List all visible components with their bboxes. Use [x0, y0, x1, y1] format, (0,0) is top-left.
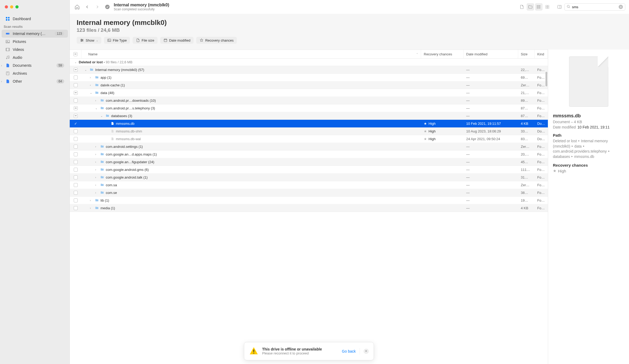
table-row[interactable]: ›com.google.android.talk (1)—31…Fol… — [70, 174, 548, 181]
row-checkbox[interactable] — [74, 68, 78, 72]
row-checkbox[interactable] — [74, 152, 78, 156]
toast-goback-link[interactable]: Go back — [342, 349, 356, 353]
table-row[interactable]: ›dalvik-cache (1)—Zer…Fol… — [70, 81, 548, 89]
date-cell: — — [464, 160, 518, 164]
column-kind[interactable]: Kind — [535, 50, 548, 58]
table-row[interactable]: ›com.sa—Zer…Fol… — [70, 181, 548, 189]
table-row[interactable]: ⌄Internal memory (mmcblk0) (57)—22,…Fol… — [70, 66, 548, 74]
sidebar-item-label: Videos — [13, 47, 24, 52]
close-window-button[interactable] — [5, 5, 8, 8]
row-checkbox[interactable] — [74, 76, 78, 79]
table-row[interactable]: ›media (1)—4 KBFol… — [70, 204, 548, 212]
scrollbar-thumb[interactable] — [545, 72, 547, 86]
search-box[interactable]: ✕ — [564, 3, 625, 11]
sidebar-item[interactable]: Videos — [2, 46, 68, 54]
expand-icon[interactable]: › — [95, 153, 98, 156]
svg-rect-21 — [548, 5, 549, 7]
row-checkbox[interactable] — [74, 183, 78, 187]
home-button[interactable] — [73, 3, 81, 11]
row-checkbox[interactable] — [74, 114, 78, 118]
sidebar-item[interactable]: ›Documents59 — [2, 61, 68, 69]
maximize-window-button[interactable] — [15, 5, 19, 8]
expand-icon[interactable]: › — [95, 99, 98, 102]
table-row[interactable]: ⌄databases (3)—87…Fol… — [70, 112, 548, 120]
expand-icon[interactable]: ⌄ — [85, 68, 88, 71]
size-cell: 22,… — [518, 68, 535, 72]
row-checkbox[interactable] — [74, 145, 78, 149]
expand-icon[interactable]: › — [90, 199, 93, 202]
table-row[interactable]: ⌄com.android.pr…s.telephony (3)—87…Fol… — [70, 104, 548, 112]
expand-icon[interactable]: › — [95, 191, 98, 194]
filter-filesize[interactable]: File size — [133, 37, 158, 44]
toast-close-button[interactable]: ✕ — [364, 349, 369, 354]
expand-icon[interactable]: › — [95, 184, 98, 187]
table-row[interactable]: ›app (1)—69…Fol… — [70, 74, 548, 81]
row-checkbox[interactable] — [74, 106, 78, 110]
minimize-window-button[interactable] — [10, 5, 13, 8]
filter-filetype[interactable]: File Type — [104, 37, 130, 44]
row-checkbox[interactable] — [74, 137, 78, 141]
search-clear-button[interactable]: ✕ — [619, 5, 623, 9]
sidebar-item-dashboard[interactable]: Dashboard — [2, 15, 68, 23]
expand-icon[interactable]: › — [95, 161, 98, 163]
row-checkbox[interactable] — [74, 191, 78, 195]
table-row[interactable]: ›com.google.an…figupdater (24)—45…Fol… — [70, 158, 548, 166]
panel-toggle-button[interactable] — [556, 3, 563, 11]
sidebar-item[interactable]: Archives — [2, 69, 68, 77]
column-size[interactable]: Size — [518, 50, 535, 58]
table-row[interactable]: ✓mmssms.db★High10 Feb 2021, 19:11:574 KB… — [70, 120, 548, 127]
group-header[interactable]: ⌄ Deleted or lost - 93 files / 22,6 MB — [70, 59, 548, 66]
file-name: media (1) — [101, 206, 115, 210]
row-checkbox[interactable] — [74, 160, 78, 164]
sidebar-item[interactable]: ›Other64 — [2, 77, 68, 85]
table-row[interactable]: ›com.google.android.gms (6)—111…Fol… — [70, 166, 548, 174]
column-checkbox[interactable] — [70, 50, 81, 58]
sidebar-item[interactable]: Internal memory (…123 — [2, 30, 68, 38]
filter-recovery[interactable]: Recovery chances — [196, 37, 237, 44]
table-row[interactable]: ›com.android.settings (1)—Zer…Fol… — [70, 143, 548, 150]
search-input[interactable] — [572, 5, 617, 9]
folder-view-button[interactable] — [527, 3, 534, 11]
column-date[interactable]: Date modified — [464, 50, 518, 58]
expand-icon[interactable]: › — [95, 176, 98, 179]
back-button[interactable] — [84, 3, 91, 11]
expand-icon[interactable]: › — [95, 145, 98, 148]
table-row[interactable]: mmssms.db-wal★High24 Apr 2021, 09:50:248… — [70, 135, 548, 143]
table-row[interactable]: ›lib (1)—19…Fol… — [70, 197, 548, 204]
row-checkbox[interactable] — [74, 168, 78, 172]
row-checkbox[interactable] — [74, 175, 78, 179]
sidebar-item[interactable]: Audio — [2, 54, 68, 61]
forward-button[interactable] — [94, 3, 101, 11]
column-name[interactable]: Name⌃ — [81, 50, 421, 58]
table-row[interactable]: ›com.android.pr…downloads (10)—89…Fol… — [70, 97, 548, 104]
new-file-button[interactable] — [518, 3, 526, 11]
expand-icon[interactable]: › — [90, 84, 93, 87]
expand-icon[interactable]: › — [90, 76, 93, 79]
sidebar-item[interactable]: Pictures — [2, 38, 68, 46]
filter-datemodified[interactable]: Date modified — [160, 37, 194, 44]
filter-show[interactable]: Show ⌄ — [77, 37, 101, 44]
kind-cell: Fol… — [535, 91, 548, 95]
table-row[interactable]: ⌄data (48)—21,…Fol… — [70, 89, 548, 97]
list-view-button[interactable] — [535, 3, 543, 11]
expand-icon[interactable]: › — [90, 207, 93, 210]
expand-icon[interactable]: › — [95, 168, 98, 171]
expand-icon[interactable]: ⌄ — [95, 107, 98, 110]
row-checkbox[interactable] — [74, 91, 78, 95]
row-checkbox[interactable] — [74, 99, 78, 103]
expand-icon[interactable]: ⌄ — [90, 91, 93, 94]
table-row[interactable]: ›com.google.an…d.apps.maps (1)—20,…Fol… — [70, 150, 548, 158]
row-checkbox[interactable] — [74, 129, 78, 133]
expand-icon[interactable]: ⌄ — [101, 114, 104, 117]
table-row[interactable]: ›com.se—38…Fol… — [70, 189, 548, 197]
row-checkbox[interactable]: ✓ — [74, 122, 78, 126]
warning-icon — [249, 346, 259, 356]
grid-view-button[interactable] — [544, 3, 551, 11]
row-checkbox[interactable] — [74, 198, 78, 202]
row-checkbox[interactable] — [74, 83, 78, 87]
column-recovery[interactable]: Recovery chances — [421, 50, 464, 58]
table-row[interactable]: mmssms.db-shm★High10 Aug 2023, 18:06:293… — [70, 127, 548, 135]
table-body[interactable]: ⌄ Deleted or lost - 93 files / 22,6 MB ⌄… — [70, 59, 548, 364]
row-checkbox[interactable] — [74, 206, 78, 210]
svg-point-7 — [7, 41, 7, 41]
